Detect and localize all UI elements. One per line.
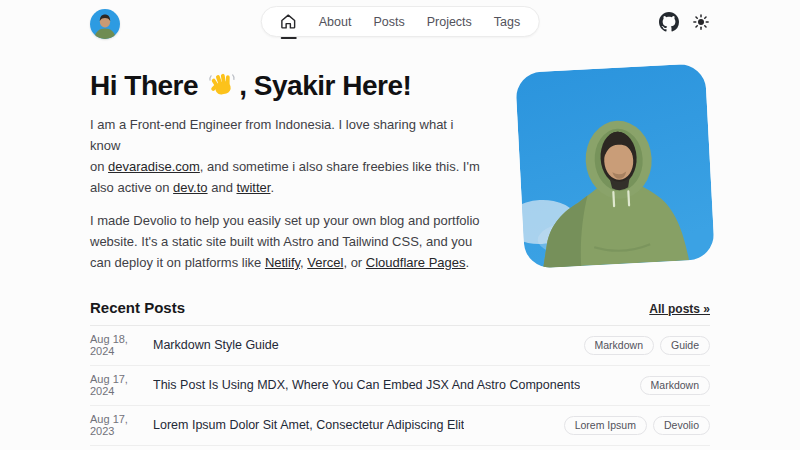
link-twitter[interactable]: twitter [236, 180, 270, 195]
tag-pill[interactable]: Lorem Ipsum [564, 416, 647, 435]
link-dev-to[interactable]: dev.to [173, 180, 207, 195]
recent-posts-section: Recent Posts All posts » Aug 18, 2024 Ma… [90, 299, 710, 450]
post-row[interactable]: Aug 16, 2023 Sagittis Purus Sit Amet Vol… [90, 446, 710, 450]
title-prefix: Hi There [90, 70, 205, 101]
github-link[interactable] [659, 12, 679, 32]
nav-home-link[interactable] [280, 13, 297, 30]
page-title: Hi There , Syakir Here! [90, 70, 484, 102]
post-title-link[interactable]: Markdown Style Guide [153, 338, 279, 352]
text-segment: . [466, 255, 470, 270]
text-segment: on [90, 159, 108, 174]
post-date: Aug 18, 2024 [90, 333, 153, 357]
theme-toggle-button[interactable] [692, 13, 710, 31]
post-date: Aug 17, 2023 [90, 413, 153, 437]
profile-photo-graphic [515, 63, 715, 269]
nav-item-projects[interactable]: Projects [427, 15, 472, 29]
text-segment: . [270, 180, 274, 195]
avatar[interactable] [90, 9, 120, 39]
post-tags: Lorem IpsumDevolio [554, 416, 710, 435]
nav-item-about[interactable]: About [319, 15, 352, 29]
hero-section: Hi There , Syakir Here! I am a Front-end… [90, 64, 710, 274]
post-title-link[interactable]: This Post Is Using MDX, Where You Can Em… [153, 378, 580, 392]
text-segment: website. It's a static site built with A… [90, 234, 472, 249]
post-title-link[interactable]: Lorem Ipsum Dolor Sit Amet, Consectetur … [153, 418, 464, 432]
nav-active-indicator [280, 37, 296, 40]
github-icon [659, 12, 679, 32]
profile-photo [515, 63, 715, 269]
post-tags: MarkdownGuide [574, 336, 710, 355]
theme-toggle-sun-icon [692, 13, 710, 31]
tag-pill[interactable]: Markdown [640, 376, 710, 395]
main-nav: About Posts Projects Tags [261, 6, 540, 37]
text-segment: I made Devolio to help you easily set up… [90, 213, 480, 228]
link-netlify[interactable]: Netlify [265, 255, 300, 270]
text-segment: and [208, 180, 237, 195]
waving-hand-icon [208, 71, 236, 99]
tag-pill[interactable]: Devolio [653, 416, 710, 435]
recent-posts-list: Aug 18, 2024 Markdown Style Guide Markdo… [90, 326, 710, 450]
main-content: Hi There , Syakir Here! I am a Front-end… [90, 64, 710, 450]
title-suffix: , Syakir Here! [239, 70, 411, 101]
hero-paragraph-2: I made Devolio to help you easily set up… [90, 211, 484, 273]
hero-paragraph-1: I am a Front-end Engineer from Indonesia… [90, 115, 484, 198]
text-segment: also active on [90, 180, 173, 195]
post-tags: Markdown [630, 376, 710, 395]
home-icon [280, 13, 297, 30]
tag-pill[interactable]: Markdown [584, 336, 654, 355]
tag-pill[interactable]: Guide [660, 336, 710, 355]
text-segment: , and sometime i also share freebies lik… [200, 159, 480, 174]
post-row[interactable]: Aug 18, 2024 Markdown Style Guide Markdo… [90, 326, 710, 366]
recent-posts-header: Recent Posts All posts » [90, 299, 710, 326]
text-segment: , or [343, 255, 365, 270]
recent-posts-title: Recent Posts [90, 299, 185, 316]
site-header: About Posts Projects Tags [0, 0, 800, 48]
text-segment: I am a Front-end Engineer from Indonesia… [90, 117, 453, 153]
link-devaradise-com[interactable]: devaradise.com [108, 159, 200, 174]
link-cloudflare-pages[interactable]: Cloudflare Pages [366, 255, 466, 270]
nav-item-posts[interactable]: Posts [373, 15, 404, 29]
avatar-photo-graphic [90, 9, 120, 39]
text-segment: can deploy it on platforms like [90, 255, 265, 270]
nav-item-tags[interactable]: Tags [494, 15, 520, 29]
hero-text: Hi There , Syakir Here! I am a Front-end… [90, 64, 502, 274]
header-icons [659, 12, 710, 32]
post-row[interactable]: Aug 17, 2024 This Post Is Using MDX, Whe… [90, 366, 710, 406]
link-vercel[interactable]: Vercel [307, 255, 343, 270]
post-date: Aug 17, 2024 [90, 373, 153, 397]
all-posts-link[interactable]: All posts » [649, 302, 710, 316]
post-row[interactable]: Aug 17, 2023 Lorem Ipsum Dolor Sit Amet,… [90, 406, 710, 446]
